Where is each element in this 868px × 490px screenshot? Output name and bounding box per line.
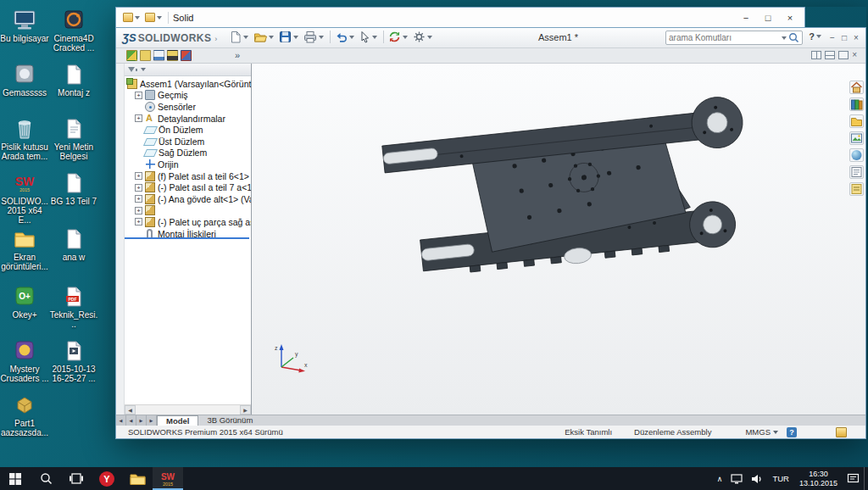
- status-sheet-icon[interactable]: [836, 427, 847, 437]
- expander-icon[interactable]: [135, 114, 142, 122]
- select-pointer-button[interactable]: [358, 30, 381, 44]
- home-icon[interactable]: [849, 81, 864, 94]
- desktop-icon[interactable]: O+ Okey+: [0, 283, 49, 320]
- desktop-icon[interactable]: Yeni Metin Belgesi: [49, 115, 98, 161]
- chevron-down-icon[interactable]: [135, 16, 140, 19]
- expander-icon[interactable]: [135, 172, 142, 180]
- file-explorer-icon[interactable]: [122, 467, 153, 490]
- tree-item-right-plane[interactable]: Sağ Düzlem: [125, 148, 251, 159]
- assembly-model[interactable]: [252, 64, 865, 415]
- expander-icon[interactable]: [135, 92, 142, 99]
- desktop[interactable]: Bu bilgisayar Gemasssss Pislik kutusu Ar…: [0, 0, 868, 490]
- featuremanager-tab-icon[interactable]: [126, 50, 137, 61]
- tab-scroll-last-icon[interactable]: ▶: [147, 415, 157, 426]
- view-palette-icon[interactable]: [849, 131, 864, 145]
- quick-access-icon[interactable]: [123, 13, 133, 22]
- tree-filter-bar[interactable]: [125, 64, 251, 76]
- quick-access-icon[interactable]: [145, 13, 155, 22]
- print-button[interactable]: [302, 30, 327, 44]
- desktop-icon[interactable]: Mystery Crusaders ...: [0, 337, 49, 383]
- tree-item-history[interactable]: Geçmiş: [125, 90, 251, 102]
- desktop-icon[interactable]: BG 13 Teil 7: [49, 170, 98, 206]
- solidworks-logo[interactable]: ƷS SOLIDWORKS ›: [122, 31, 217, 44]
- undo-button[interactable]: [333, 30, 358, 44]
- status-help-icon[interactable]: ?: [787, 427, 797, 437]
- tree-item-assembly[interactable]: Assem1 (Varsayılan<Görüntü D: [125, 78, 251, 90]
- options-gear-button[interactable]: [411, 30, 436, 44]
- close-button[interactable]: ×: [779, 9, 801, 26]
- tree-item-component[interactable]: (f) Palet asıl a teil 6<1> (Var: [125, 170, 251, 182]
- start-button[interactable]: [0, 467, 31, 490]
- new-document-button[interactable]: [228, 30, 252, 44]
- appearances-sphere-icon[interactable]: [849, 148, 864, 162]
- yandex-browser-icon[interactable]: Y: [92, 467, 122, 490]
- action-center-icon[interactable]: [843, 467, 864, 490]
- tree-item-component[interactable]: (-) Palet uç parça sağ asıl<1: [125, 216, 251, 228]
- desktop-icon[interactable]: Gemasssss: [0, 61, 49, 97]
- tree-item-component[interactable]: [125, 205, 251, 217]
- chevron-down-icon[interactable]: [141, 68, 146, 71]
- rebuild-button[interactable]: [387, 30, 411, 44]
- search-input[interactable]: [669, 33, 780, 42]
- desktop-icon[interactable]: Montaj z: [49, 61, 98, 97]
- expander-icon[interactable]: [135, 207, 142, 214]
- desktop-icon[interactable]: PDF Teknik_Resi...: [49, 283, 98, 329]
- tree-item-top-plane[interactable]: Üst Düzlem: [125, 136, 251, 148]
- design-library-icon[interactable]: [849, 97, 864, 111]
- scroll-right-icon[interactable]: ▶: [240, 405, 251, 415]
- show-desktop-button[interactable]: [864, 467, 868, 490]
- tree-item-component[interactable]: (-) Palet asıl a teil 7 a<1> (V: [125, 181, 251, 193]
- chevron-down-icon[interactable]: [782, 36, 787, 40]
- file-explorer-folder-icon[interactable]: [849, 114, 864, 128]
- tray-expand-chevron-icon[interactable]: ∧: [713, 467, 727, 490]
- desktop-icon[interactable]: Part1 aazsazsda...: [0, 392, 49, 437]
- tree-item-mates[interactable]: Montaj İlişkileri: [125, 228, 251, 240]
- tree-item-sensors[interactable]: Sensörler: [125, 101, 251, 113]
- doc-close-button[interactable]: ×: [850, 31, 862, 44]
- tab-scroll-first-icon[interactable]: ◀: [116, 415, 126, 426]
- keyboard-language[interactable]: TUR: [767, 474, 794, 483]
- close-pane-icon[interactable]: ×: [852, 51, 857, 59]
- volume-icon[interactable]: [747, 467, 767, 490]
- chevron-down-icon[interactable]: [157, 16, 162, 19]
- command-search[interactable]: [665, 31, 803, 45]
- clock[interactable]: 16:30 13.10.2015: [794, 470, 843, 487]
- split-horizontal-icon[interactable]: [825, 51, 835, 59]
- dimxpert-tab-icon[interactable]: [167, 50, 178, 61]
- tree-item-component[interactable]: (-) Ana gövde alt<1> (Varsa: [125, 193, 251, 205]
- graphics-viewport[interactable]: z y x: [252, 64, 865, 415]
- tab-3d-views[interactable]: 3B Görünüm: [198, 415, 261, 426]
- tab-model[interactable]: Model: [157, 415, 198, 426]
- configurationmanager-tab-icon[interactable]: [153, 50, 164, 61]
- expander-icon[interactable]: [135, 195, 142, 203]
- tree-item-origin[interactable]: Orijin: [125, 159, 251, 170]
- desktop-icon[interactable]: SW2015 SOLIDWO... 2015 x64 E...: [0, 170, 49, 225]
- desktop-icon[interactable]: Pislik kutusu Arada tem...: [0, 115, 49, 161]
- custom-properties-icon[interactable]: [849, 165, 864, 179]
- display-icon[interactable]: [726, 467, 747, 490]
- scroll-left-icon[interactable]: ◀: [125, 405, 136, 415]
- propertymanager-tab-icon[interactable]: [140, 50, 151, 61]
- desktop-icon[interactable]: Ekran görüntüleri...: [0, 226, 49, 271]
- expander-icon[interactable]: [135, 218, 142, 226]
- maximize-button[interactable]: □: [757, 9, 779, 26]
- search-icon[interactable]: [788, 32, 799, 43]
- task-view-icon[interactable]: [61, 467, 92, 490]
- tab-scroll-left-icon[interactable]: ◀: [126, 415, 136, 426]
- desktop-icon[interactable]: Cinema4D Cracked ...: [49, 7, 98, 53]
- document-properties-icon[interactable]: [849, 182, 864, 196]
- minimize-button[interactable]: −: [735, 9, 757, 26]
- split-view-icon[interactable]: [811, 51, 821, 59]
- doc-minimize-button[interactable]: −: [826, 31, 838, 44]
- desktop-icon[interactable]: Bu bilgisayar: [0, 7, 49, 43]
- window-titlebar[interactable]: Solid − □ ×: [115, 7, 805, 27]
- expander-icon[interactable]: [135, 184, 142, 192]
- taskbar-search-icon[interactable]: [31, 467, 61, 490]
- single-view-icon[interactable]: [838, 51, 849, 59]
- displaymanager-tab-icon[interactable]: [181, 50, 192, 61]
- desktop-icon[interactable]: ana w: [49, 226, 98, 262]
- tree-item-annotations[interactable]: Detaylandırmalar: [125, 113, 251, 125]
- units-selector[interactable]: MMGS: [745, 427, 778, 437]
- panel-expand-chevron[interactable]: »: [235, 50, 240, 60]
- tree-item-front-plane[interactable]: Ön Düzlem: [125, 124, 251, 136]
